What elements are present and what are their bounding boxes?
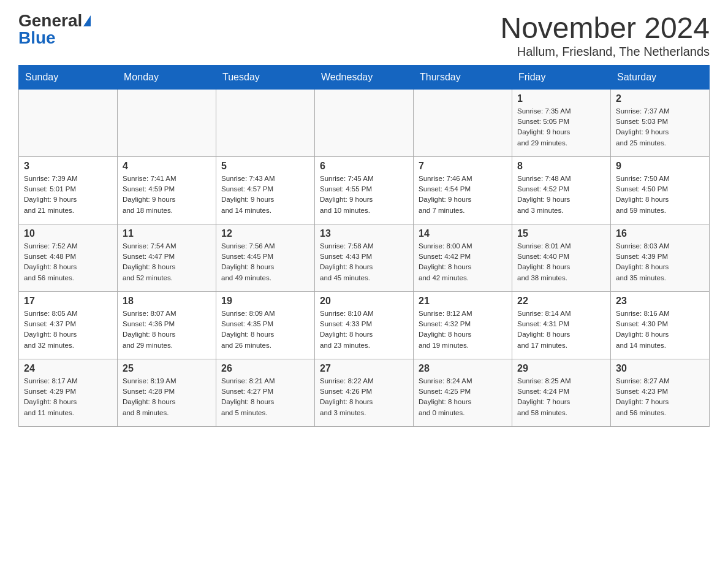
logo-triangle-icon bbox=[83, 15, 91, 26]
day-number: 5 bbox=[221, 161, 309, 172]
day-cell: 9Sunrise: 7:50 AMSunset: 4:50 PMDaylight… bbox=[611, 156, 710, 224]
day-info: Sunrise: 7:58 AMSunset: 4:43 PMDaylight:… bbox=[320, 241, 408, 283]
logo: General Blue bbox=[18, 12, 91, 47]
day-number: 18 bbox=[123, 296, 211, 307]
logo-general: General bbox=[18, 12, 82, 29]
day-number: 11 bbox=[123, 228, 211, 239]
day-info: Sunrise: 7:50 AMSunset: 4:50 PMDaylight:… bbox=[616, 174, 704, 216]
day-cell: 7Sunrise: 7:46 AMSunset: 4:54 PMDaylight… bbox=[414, 156, 512, 224]
day-number: 20 bbox=[320, 296, 408, 307]
day-info: Sunrise: 8:10 AMSunset: 4:33 PMDaylight:… bbox=[320, 308, 408, 351]
day-info: Sunrise: 7:54 AMSunset: 4:47 PMDaylight:… bbox=[123, 241, 211, 283]
day-cell: 16Sunrise: 8:03 AMSunset: 4:39 PMDayligh… bbox=[611, 224, 710, 291]
day-info: Sunrise: 7:45 AMSunset: 4:55 PMDaylight:… bbox=[320, 174, 408, 216]
day-cell: 8Sunrise: 7:48 AMSunset: 4:52 PMDaylight… bbox=[512, 156, 611, 224]
day-cell bbox=[414, 89, 512, 156]
day-info: Sunrise: 8:22 AMSunset: 4:26 PMDaylight:… bbox=[320, 376, 408, 418]
week-row-2: 3Sunrise: 7:39 AMSunset: 5:01 PMDaylight… bbox=[19, 156, 710, 224]
day-info: Sunrise: 8:00 AMSunset: 4:42 PMDaylight:… bbox=[419, 241, 507, 283]
day-info: Sunrise: 7:41 AMSunset: 4:59 PMDaylight:… bbox=[123, 174, 211, 216]
day-cell: 10Sunrise: 7:52 AMSunset: 4:48 PMDayligh… bbox=[19, 224, 118, 291]
day-info: Sunrise: 7:52 AMSunset: 4:48 PMDaylight:… bbox=[24, 241, 112, 283]
month-year-title: November 2024 bbox=[500, 12, 710, 45]
day-cell: 19Sunrise: 8:09 AMSunset: 4:35 PMDayligh… bbox=[216, 291, 315, 359]
day-cell: 25Sunrise: 8:19 AMSunset: 4:28 PMDayligh… bbox=[118, 359, 216, 426]
title-section: November 2024 Hallum, Friesland, The Net… bbox=[500, 12, 710, 59]
day-info: Sunrise: 7:46 AMSunset: 4:54 PMDaylight:… bbox=[419, 174, 507, 216]
day-info: Sunrise: 7:35 AMSunset: 5:05 PMDaylight:… bbox=[517, 106, 605, 148]
day-cell: 15Sunrise: 8:01 AMSunset: 4:40 PMDayligh… bbox=[512, 224, 611, 291]
day-number: 30 bbox=[616, 363, 704, 374]
page-header: General Blue November 2024 Hallum, Fries… bbox=[18, 12, 710, 59]
calendar-table: SundayMondayTuesdayWednesdayThursdayFrid… bbox=[18, 65, 710, 427]
day-number: 10 bbox=[24, 228, 112, 239]
location-subtitle: Hallum, Friesland, The Netherlands bbox=[500, 45, 710, 59]
day-info: Sunrise: 7:56 AMSunset: 4:45 PMDaylight:… bbox=[221, 241, 309, 283]
day-cell: 27Sunrise: 8:22 AMSunset: 4:26 PMDayligh… bbox=[315, 359, 414, 426]
header-cell-monday: Monday bbox=[118, 65, 216, 89]
day-cell bbox=[216, 89, 315, 156]
day-cell: 24Sunrise: 8:17 AMSunset: 4:29 PMDayligh… bbox=[19, 359, 118, 426]
day-cell: 28Sunrise: 8:24 AMSunset: 4:25 PMDayligh… bbox=[414, 359, 512, 426]
day-number: 23 bbox=[616, 296, 704, 307]
day-info: Sunrise: 7:48 AMSunset: 4:52 PMDaylight:… bbox=[517, 174, 605, 216]
day-number: 24 bbox=[24, 363, 112, 374]
week-row-1: 1Sunrise: 7:35 AMSunset: 5:05 PMDaylight… bbox=[19, 89, 710, 156]
day-number: 14 bbox=[419, 228, 507, 239]
day-number: 22 bbox=[517, 296, 605, 307]
day-cell: 2Sunrise: 7:37 AMSunset: 5:03 PMDaylight… bbox=[611, 89, 710, 156]
header-row: SundayMondayTuesdayWednesdayThursdayFrid… bbox=[19, 65, 710, 89]
day-cell: 23Sunrise: 8:16 AMSunset: 4:30 PMDayligh… bbox=[611, 291, 710, 359]
day-number: 21 bbox=[419, 296, 507, 307]
day-cell: 20Sunrise: 8:10 AMSunset: 4:33 PMDayligh… bbox=[315, 291, 414, 359]
day-info: Sunrise: 8:14 AMSunset: 4:31 PMDaylight:… bbox=[517, 308, 605, 351]
day-number: 1 bbox=[517, 93, 605, 104]
day-number: 16 bbox=[616, 228, 704, 239]
header-cell-saturday: Saturday bbox=[611, 65, 710, 89]
day-cell: 5Sunrise: 7:43 AMSunset: 4:57 PMDaylight… bbox=[216, 156, 315, 224]
day-cell: 13Sunrise: 7:58 AMSunset: 4:43 PMDayligh… bbox=[315, 224, 414, 291]
day-cell: 29Sunrise: 8:25 AMSunset: 4:24 PMDayligh… bbox=[512, 359, 611, 426]
day-cell: 6Sunrise: 7:45 AMSunset: 4:55 PMDaylight… bbox=[315, 156, 414, 224]
header-cell-thursday: Thursday bbox=[414, 65, 512, 89]
day-info: Sunrise: 8:03 AMSunset: 4:39 PMDaylight:… bbox=[616, 241, 704, 283]
day-cell: 30Sunrise: 8:27 AMSunset: 4:23 PMDayligh… bbox=[611, 359, 710, 426]
week-row-4: 17Sunrise: 8:05 AMSunset: 4:37 PMDayligh… bbox=[19, 291, 710, 359]
day-cell bbox=[118, 89, 216, 156]
day-cell: 1Sunrise: 7:35 AMSunset: 5:05 PMDaylight… bbox=[512, 89, 611, 156]
day-number: 15 bbox=[517, 228, 605, 239]
week-row-5: 24Sunrise: 8:17 AMSunset: 4:29 PMDayligh… bbox=[19, 359, 710, 426]
calendar-body: 1Sunrise: 7:35 AMSunset: 5:05 PMDaylight… bbox=[19, 89, 710, 426]
day-info: Sunrise: 8:27 AMSunset: 4:23 PMDaylight:… bbox=[616, 376, 704, 418]
day-number: 6 bbox=[320, 161, 408, 172]
day-number: 19 bbox=[221, 296, 309, 307]
day-info: Sunrise: 8:01 AMSunset: 4:40 PMDaylight:… bbox=[517, 241, 605, 283]
day-number: 12 bbox=[221, 228, 309, 239]
header-cell-tuesday: Tuesday bbox=[216, 65, 315, 89]
day-number: 2 bbox=[616, 93, 704, 104]
day-info: Sunrise: 8:21 AMSunset: 4:27 PMDaylight:… bbox=[221, 376, 309, 418]
day-number: 25 bbox=[123, 363, 211, 374]
day-cell: 11Sunrise: 7:54 AMSunset: 4:47 PMDayligh… bbox=[118, 224, 216, 291]
day-info: Sunrise: 8:16 AMSunset: 4:30 PMDaylight:… bbox=[616, 308, 704, 351]
logo-blue: Blue bbox=[18, 29, 56, 47]
day-number: 13 bbox=[320, 228, 408, 239]
day-info: Sunrise: 8:09 AMSunset: 4:35 PMDaylight:… bbox=[221, 308, 309, 351]
day-cell: 21Sunrise: 8:12 AMSunset: 4:32 PMDayligh… bbox=[414, 291, 512, 359]
day-info: Sunrise: 7:39 AMSunset: 5:01 PMDaylight:… bbox=[24, 174, 112, 216]
day-info: Sunrise: 8:19 AMSunset: 4:28 PMDaylight:… bbox=[123, 376, 211, 418]
day-number: 4 bbox=[123, 161, 211, 172]
day-cell: 18Sunrise: 8:07 AMSunset: 4:36 PMDayligh… bbox=[118, 291, 216, 359]
day-info: Sunrise: 8:12 AMSunset: 4:32 PMDaylight:… bbox=[419, 308, 507, 351]
day-number: 3 bbox=[24, 161, 112, 172]
day-cell: 4Sunrise: 7:41 AMSunset: 4:59 PMDaylight… bbox=[118, 156, 216, 224]
day-cell: 22Sunrise: 8:14 AMSunset: 4:31 PMDayligh… bbox=[512, 291, 611, 359]
day-cell bbox=[315, 89, 414, 156]
day-info: Sunrise: 8:05 AMSunset: 4:37 PMDaylight:… bbox=[24, 308, 112, 351]
day-info: Sunrise: 7:43 AMSunset: 4:57 PMDaylight:… bbox=[221, 174, 309, 216]
day-cell bbox=[19, 89, 118, 156]
day-number: 26 bbox=[221, 363, 309, 374]
day-cell: 12Sunrise: 7:56 AMSunset: 4:45 PMDayligh… bbox=[216, 224, 315, 291]
day-number: 7 bbox=[419, 161, 507, 172]
day-info: Sunrise: 8:24 AMSunset: 4:25 PMDaylight:… bbox=[419, 376, 507, 418]
